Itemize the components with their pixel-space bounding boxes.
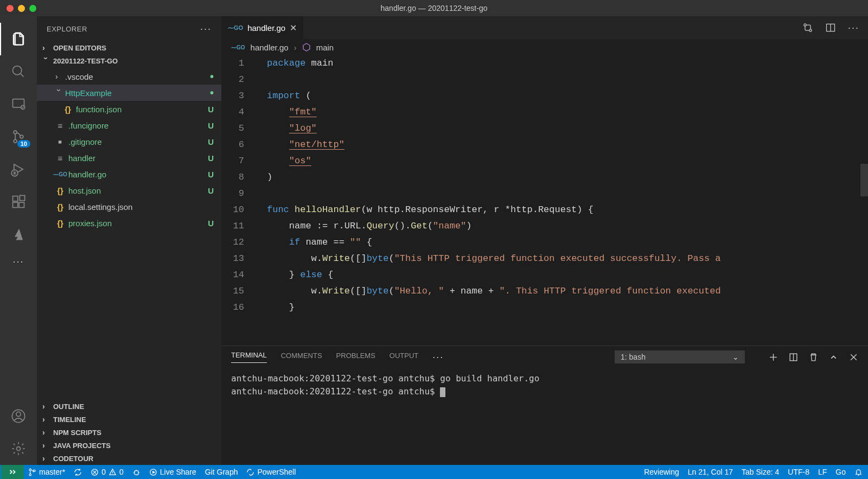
svg-rect-9 <box>13 196 18 201</box>
chevron-down-icon: › <box>42 57 50 65</box>
trash-icon[interactable] <box>809 353 818 362</box>
symbol-icon <box>302 43 311 52</box>
outline-section[interactable]: ›OUTLINE <box>37 400 221 413</box>
close-tab-icon[interactable]: ✕ <box>290 23 297 33</box>
tab-handler-go[interactable]: ⁓GO handler.go ✕ <box>221 16 304 39</box>
window-controls <box>0 5 36 12</box>
minimize-window-icon[interactable] <box>18 5 25 12</box>
sync-item[interactable] <box>69 468 86 476</box>
project-section[interactable]: › 20201122-TEST-GO <box>37 54 221 67</box>
editor-more-icon[interactable]: ··· <box>848 22 859 34</box>
tree-item-HttpExample[interactable]: ›HttpExample• <box>37 85 221 101</box>
remote-indicator[interactable] <box>1 465 24 479</box>
titlebar: handler.go — 20201122-test-go <box>0 0 868 16</box>
accounts-activity[interactable] <box>0 400 37 432</box>
svg-point-16 <box>804 23 806 25</box>
terminal-content[interactable]: antchu-macbook:20201122-test-go antchu$ … <box>221 368 868 465</box>
svg-rect-11 <box>19 202 24 207</box>
explorer-activity[interactable] <box>0 23 37 55</box>
eol-item[interactable]: LF <box>814 468 831 476</box>
panel-more-icon[interactable]: ··· <box>432 352 444 363</box>
maximize-panel-icon[interactable] <box>829 353 838 362</box>
tree-item-local-settings-json[interactable]: {}local.settings.json <box>37 199 221 215</box>
maximize-window-icon[interactable] <box>29 5 36 12</box>
chevron-down-icon: ⌄ <box>732 353 739 361</box>
azure-activity[interactable] <box>0 218 37 251</box>
notifications-item[interactable] <box>850 468 867 476</box>
reviewing-item[interactable]: Reviewing <box>640 468 684 476</box>
panel-tabs: TERMINAL COMMENTS PROBLEMS OUTPUT ··· 1:… <box>221 346 868 368</box>
svg-rect-12 <box>20 195 24 200</box>
new-terminal-icon[interactable] <box>769 353 778 362</box>
tree-item-label: HttpExample <box>65 88 112 98</box>
chevron-right-icon: › <box>294 43 297 52</box>
sidebar: EXPLORER ··· › OPEN EDITORS › 20201122-T… <box>37 16 221 465</box>
tab-actions: ··· <box>802 22 868 34</box>
minimap[interactable] <box>860 164 868 196</box>
more-activity[interactable]: ··· <box>0 251 37 272</box>
tree-item-handler[interactable]: ≡handlerU <box>37 150 221 166</box>
svg-rect-32 <box>135 470 139 475</box>
terminal-tab[interactable]: TERMINAL <box>231 351 267 363</box>
open-editors-section[interactable]: › OPEN EDITORS <box>37 41 221 54</box>
svg-point-14 <box>16 412 21 416</box>
remote-explorer-activity[interactable] <box>0 88 37 120</box>
breadcrumb-file[interactable]: handler.go <box>251 43 289 52</box>
search-activity[interactable] <box>0 55 37 88</box>
tree-item--gitignore[interactable]: ◆.gitignoreU <box>37 133 221 150</box>
tree-item-label: handler.go <box>68 170 106 179</box>
tab-label: handler.go <box>247 23 285 33</box>
compare-changes-icon[interactable] <box>802 22 813 33</box>
tree-item-function-json[interactable]: {}function.jsonU <box>37 101 221 117</box>
breadcrumb-symbol[interactable]: main <box>316 43 334 52</box>
sidebar-title: EXPLORER <box>47 25 87 33</box>
debug-item[interactable] <box>128 468 145 476</box>
breadcrumb[interactable]: ⁓GO handler.go › main <box>221 39 868 55</box>
svg-point-7 <box>20 135 23 138</box>
tree-item-label: .gitignore <box>68 137 102 146</box>
window-title: handler.go — 20201122-test-go <box>381 4 488 12</box>
tab-bar: ⁓GO handler.go ✕ ··· <box>221 16 868 39</box>
problems-tab[interactable]: PROBLEMS <box>336 352 375 363</box>
timeline-section[interactable]: ›TIMELINE <box>37 413 221 426</box>
language-item[interactable]: Go <box>831 468 850 476</box>
settings-activity[interactable] <box>0 432 37 465</box>
run-debug-activity[interactable] <box>0 153 37 186</box>
codetour-section[interactable]: ›CODETOUR <box>37 452 221 465</box>
git-graph-item[interactable]: Git Graph <box>201 468 242 476</box>
code-content[interactable]: package main import ( "fmt" "log" "net/h… <box>254 55 868 346</box>
git-branch-item[interactable]: master* <box>24 468 69 476</box>
source-control-activity[interactable]: 10 <box>0 120 37 153</box>
editor[interactable]: 12345678910111213141516 package main imp… <box>221 55 868 346</box>
svg-point-17 <box>809 29 812 31</box>
powershell-item[interactable]: PowerShell <box>242 468 300 476</box>
scm-badge: 10 <box>17 140 30 148</box>
npm-section[interactable]: ›NPM SCRIPTS <box>37 426 221 439</box>
encoding-item[interactable]: UTF-8 <box>783 468 814 476</box>
svg-point-26 <box>29 469 31 470</box>
close-panel-icon[interactable] <box>849 353 858 362</box>
close-window-icon[interactable] <box>7 5 14 12</box>
live-share-item[interactable]: Live Share <box>145 468 201 476</box>
extensions-activity[interactable] <box>0 186 37 218</box>
tree-item-label: proxies.json <box>68 219 112 228</box>
tree-item-handler-go[interactable]: ⁓GOhandler.goU <box>37 166 221 182</box>
java-section[interactable]: ›JAVA PROJECTS <box>37 439 221 452</box>
tab-size-item[interactable]: Tab Size: 4 <box>737 468 783 476</box>
tree-item-host-json[interactable]: {}host.jsonU <box>37 182 221 199</box>
tree-item--vscode[interactable]: ›.vscode• <box>37 68 221 85</box>
cursor-position-item[interactable]: Ln 21, Col 17 <box>684 468 737 476</box>
tree-item-label: local.settings.json <box>68 202 132 212</box>
tree-item-label: host.json <box>68 186 101 195</box>
comments-tab[interactable]: COMMENTS <box>281 352 322 363</box>
tree-item-label: .funcignore <box>68 121 108 130</box>
tree-item--funcignore[interactable]: ≡.funcignoreU <box>37 117 221 133</box>
split-terminal-icon[interactable] <box>789 353 798 362</box>
statusbar: master* 0 0 Live Share Git Graph PowerSh… <box>0 465 868 479</box>
terminal-select[interactable]: 1: bash ⌄ <box>615 350 745 363</box>
sidebar-more-icon[interactable]: ··· <box>200 23 212 35</box>
errors-warnings-item[interactable]: 0 0 <box>86 468 128 476</box>
tree-item-proxies-json[interactable]: {}proxies.jsonU <box>37 215 221 231</box>
output-tab[interactable]: OUTPUT <box>390 352 418 363</box>
split-editor-icon[interactable] <box>825 22 836 33</box>
